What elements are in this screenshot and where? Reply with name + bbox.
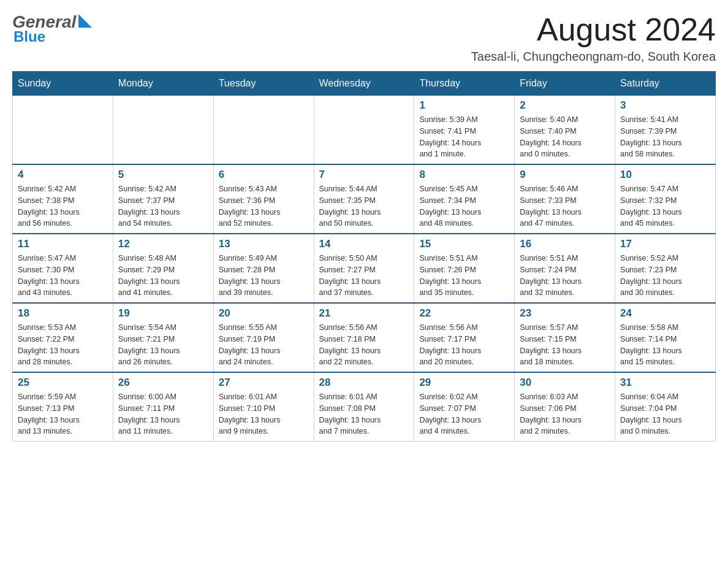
day-info: Sunrise: 5:57 AM Sunset: 7:15 PM Dayligh… bbox=[520, 322, 610, 368]
calendar-cell-w5-d6: 30Sunrise: 6:03 AM Sunset: 7:06 PM Dayli… bbox=[515, 372, 615, 442]
calendar-cell-w2-d6: 9Sunrise: 5:46 AM Sunset: 7:33 PM Daylig… bbox=[515, 164, 615, 234]
calendar-cell-w2-d3: 6Sunrise: 5:43 AM Sunset: 7:36 PM Daylig… bbox=[213, 164, 314, 234]
calendar-cell-w4-d1: 18Sunrise: 5:53 AM Sunset: 7:22 PM Dayli… bbox=[13, 303, 113, 372]
day-info: Sunrise: 5:52 AM Sunset: 7:23 PM Dayligh… bbox=[620, 253, 710, 299]
day-info: Sunrise: 5:41 AM Sunset: 7:39 PM Dayligh… bbox=[620, 114, 710, 160]
calendar-cell-w4-d5: 22Sunrise: 5:56 AM Sunset: 7:17 PM Dayli… bbox=[414, 303, 515, 372]
day-number: 6 bbox=[219, 169, 309, 181]
day-info: Sunrise: 6:03 AM Sunset: 7:06 PM Dayligh… bbox=[520, 391, 610, 437]
day-info: Sunrise: 5:42 AM Sunset: 7:38 PM Dayligh… bbox=[18, 183, 108, 229]
day-info: Sunrise: 6:00 AM Sunset: 7:11 PM Dayligh… bbox=[118, 391, 208, 437]
day-info: Sunrise: 6:02 AM Sunset: 7:07 PM Dayligh… bbox=[419, 391, 509, 437]
calendar-cell-w5-d3: 27Sunrise: 6:01 AM Sunset: 7:10 PM Dayli… bbox=[213, 372, 314, 442]
day-number: 27 bbox=[219, 377, 309, 389]
col-saturday: Saturday bbox=[615, 72, 716, 96]
day-info: Sunrise: 5:45 AM Sunset: 7:34 PM Dayligh… bbox=[419, 183, 509, 229]
logo: General Blue bbox=[12, 12, 92, 45]
calendar-cell-w5-d7: 31Sunrise: 6:04 AM Sunset: 7:04 PM Dayli… bbox=[615, 372, 716, 442]
calendar-cell-w1-d6: 2Sunrise: 5:40 AM Sunset: 7:40 PM Daylig… bbox=[515, 96, 615, 165]
day-number: 12 bbox=[118, 238, 208, 250]
header: General Blue August 2024 Taesal-li, Chun… bbox=[12, 12, 716, 64]
week-row-1: 1Sunrise: 5:39 AM Sunset: 7:41 PM Daylig… bbox=[13, 96, 716, 165]
day-number: 8 bbox=[419, 169, 509, 181]
calendar-cell-w5-d5: 29Sunrise: 6:02 AM Sunset: 7:07 PM Dayli… bbox=[414, 372, 515, 442]
day-info: Sunrise: 5:49 AM Sunset: 7:28 PM Dayligh… bbox=[219, 253, 309, 299]
calendar-header-row: Sunday Monday Tuesday Wednesday Thursday… bbox=[13, 72, 716, 96]
col-friday: Friday bbox=[515, 72, 615, 96]
day-info: Sunrise: 6:01 AM Sunset: 7:08 PM Dayligh… bbox=[319, 391, 409, 437]
day-info: Sunrise: 5:51 AM Sunset: 7:24 PM Dayligh… bbox=[520, 253, 610, 299]
day-number: 21 bbox=[319, 307, 409, 320]
week-row-2: 4Sunrise: 5:42 AM Sunset: 7:38 PM Daylig… bbox=[13, 164, 716, 234]
day-info: Sunrise: 5:46 AM Sunset: 7:33 PM Dayligh… bbox=[520, 183, 610, 229]
day-number: 11 bbox=[18, 238, 108, 250]
calendar-cell-w1-d2 bbox=[113, 96, 213, 165]
calendar-cell-w2-d7: 10Sunrise: 5:47 AM Sunset: 7:32 PM Dayli… bbox=[615, 164, 716, 234]
day-number: 14 bbox=[319, 238, 409, 250]
calendar-cell-w2-d5: 8Sunrise: 5:45 AM Sunset: 7:34 PM Daylig… bbox=[414, 164, 515, 234]
day-info: Sunrise: 5:53 AM Sunset: 7:22 PM Dayligh… bbox=[18, 322, 108, 368]
day-number: 4 bbox=[18, 169, 108, 181]
calendar-cell-w4-d3: 20Sunrise: 5:55 AM Sunset: 7:19 PM Dayli… bbox=[213, 303, 314, 372]
calendar-cell-w5-d2: 26Sunrise: 6:00 AM Sunset: 7:11 PM Dayli… bbox=[113, 372, 213, 442]
day-number: 26 bbox=[118, 377, 208, 389]
day-number: 3 bbox=[620, 99, 710, 112]
calendar-cell-w3-d3: 13Sunrise: 5:49 AM Sunset: 7:28 PM Dayli… bbox=[213, 234, 314, 303]
day-number: 16 bbox=[520, 238, 610, 250]
day-number: 19 bbox=[118, 307, 208, 320]
day-number: 2 bbox=[520, 99, 610, 112]
week-row-5: 25Sunrise: 5:59 AM Sunset: 7:13 PM Dayli… bbox=[13, 372, 716, 442]
col-monday: Monday bbox=[113, 72, 213, 96]
day-number: 7 bbox=[319, 169, 409, 181]
day-info: Sunrise: 6:01 AM Sunset: 7:10 PM Dayligh… bbox=[219, 391, 309, 437]
day-info: Sunrise: 5:56 AM Sunset: 7:17 PM Dayligh… bbox=[419, 322, 509, 368]
day-info: Sunrise: 5:47 AM Sunset: 7:32 PM Dayligh… bbox=[620, 183, 710, 229]
day-info: Sunrise: 5:42 AM Sunset: 7:37 PM Dayligh… bbox=[118, 183, 208, 229]
col-sunday: Sunday bbox=[13, 72, 113, 96]
day-info: Sunrise: 5:51 AM Sunset: 7:26 PM Dayligh… bbox=[419, 253, 509, 299]
week-row-4: 18Sunrise: 5:53 AM Sunset: 7:22 PM Dayli… bbox=[13, 303, 716, 372]
day-info: Sunrise: 5:50 AM Sunset: 7:27 PM Dayligh… bbox=[319, 253, 409, 299]
calendar-cell-w4-d6: 23Sunrise: 5:57 AM Sunset: 7:15 PM Dayli… bbox=[515, 303, 615, 372]
day-number: 23 bbox=[520, 307, 610, 320]
logo-blue-text: Blue bbox=[13, 28, 92, 45]
calendar-cell-w4-d4: 21Sunrise: 5:56 AM Sunset: 7:18 PM Dayli… bbox=[314, 303, 414, 372]
calendar-cell-w1-d7: 3Sunrise: 5:41 AM Sunset: 7:39 PM Daylig… bbox=[615, 96, 716, 165]
col-thursday: Thursday bbox=[414, 72, 515, 96]
day-number: 10 bbox=[620, 169, 710, 181]
col-tuesday: Tuesday bbox=[213, 72, 314, 96]
day-info: Sunrise: 5:55 AM Sunset: 7:19 PM Dayligh… bbox=[219, 322, 309, 368]
day-number: 13 bbox=[219, 238, 309, 250]
calendar-cell-w3-d1: 11Sunrise: 5:47 AM Sunset: 7:30 PM Dayli… bbox=[13, 234, 113, 303]
day-info: Sunrise: 5:59 AM Sunset: 7:13 PM Dayligh… bbox=[18, 391, 108, 437]
day-number: 9 bbox=[520, 169, 610, 181]
calendar-cell-w4-d2: 19Sunrise: 5:54 AM Sunset: 7:21 PM Dayli… bbox=[113, 303, 213, 372]
day-info: Sunrise: 5:39 AM Sunset: 7:41 PM Dayligh… bbox=[419, 114, 509, 160]
month-title: August 2024 bbox=[471, 12, 716, 47]
day-info: Sunrise: 5:56 AM Sunset: 7:18 PM Dayligh… bbox=[319, 322, 409, 368]
calendar-cell-w2-d4: 7Sunrise: 5:44 AM Sunset: 7:35 PM Daylig… bbox=[314, 164, 414, 234]
calendar-cell-w1-d3 bbox=[213, 96, 314, 165]
calendar-cell-w3-d6: 16Sunrise: 5:51 AM Sunset: 7:24 PM Dayli… bbox=[515, 234, 615, 303]
calendar-cell-w3-d5: 15Sunrise: 5:51 AM Sunset: 7:26 PM Dayli… bbox=[414, 234, 515, 303]
day-number: 20 bbox=[219, 307, 309, 320]
calendar-cell-w1-d5: 1Sunrise: 5:39 AM Sunset: 7:41 PM Daylig… bbox=[414, 96, 515, 165]
calendar-cell-w3-d4: 14Sunrise: 5:50 AM Sunset: 7:27 PM Dayli… bbox=[314, 234, 414, 303]
day-number: 15 bbox=[419, 238, 509, 250]
day-number: 5 bbox=[118, 169, 208, 181]
title-area: August 2024 Taesal-li, Chungcheongnam-do… bbox=[471, 12, 716, 64]
day-number: 22 bbox=[419, 307, 509, 320]
location-title: Taesal-li, Chungcheongnam-do, South Kore… bbox=[471, 50, 716, 64]
day-info: Sunrise: 5:43 AM Sunset: 7:36 PM Dayligh… bbox=[219, 183, 309, 229]
logo-triangle-icon bbox=[78, 14, 92, 28]
day-number: 31 bbox=[620, 377, 710, 389]
day-number: 25 bbox=[18, 377, 108, 389]
calendar-cell-w3-d7: 17Sunrise: 5:52 AM Sunset: 7:23 PM Dayli… bbox=[615, 234, 716, 303]
day-info: Sunrise: 5:58 AM Sunset: 7:14 PM Dayligh… bbox=[620, 322, 710, 368]
calendar-cell-w1-d1 bbox=[13, 96, 113, 165]
day-info: Sunrise: 5:40 AM Sunset: 7:40 PM Dayligh… bbox=[520, 114, 610, 160]
day-info: Sunrise: 5:44 AM Sunset: 7:35 PM Dayligh… bbox=[319, 183, 409, 229]
day-number: 30 bbox=[520, 377, 610, 389]
day-number: 18 bbox=[18, 307, 108, 320]
day-number: 29 bbox=[419, 377, 509, 389]
